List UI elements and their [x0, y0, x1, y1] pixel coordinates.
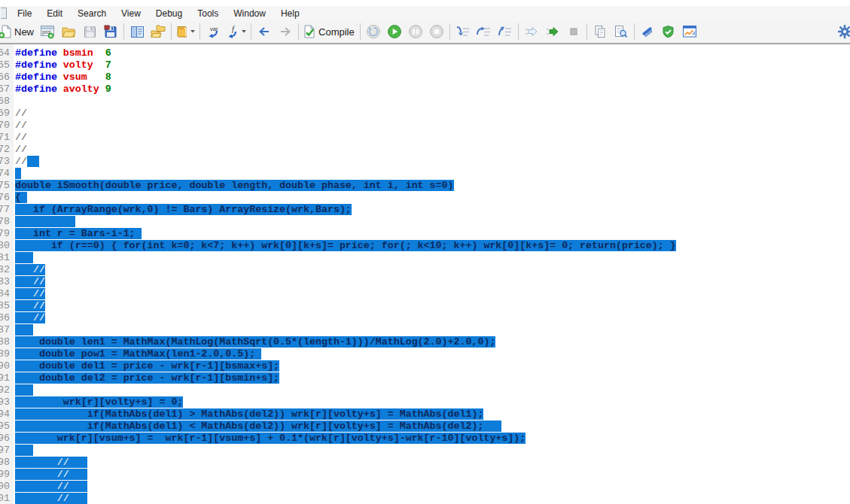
code-line[interactable]: 174: [0, 168, 850, 180]
code-text: //: [15, 288, 45, 300]
code-line[interactable]: 184 //: [0, 288, 850, 300]
code-line[interactable]: 185 //: [0, 300, 850, 312]
code-line[interactable]: 180 if (r==0) { for(int k=0; k<7; k++) w…: [0, 240, 850, 252]
code-line[interactable]: 175double iSmooth(double price, double l…: [0, 180, 850, 192]
copy-button[interactable]: [590, 23, 611, 41]
new-project-button[interactable]: proj: [37, 23, 58, 41]
new-file-button[interactable]: New: [0, 23, 37, 41]
navigate-forward-button[interactable]: [275, 23, 296, 41]
line-number: 164: [0, 47, 15, 59]
code-line[interactable]: 165#define volty 7: [0, 59, 850, 71]
code-line[interactable]: 168: [0, 96, 850, 108]
run-to-cursor-button[interactable]: [521, 23, 542, 41]
code-line[interactable]: 191 double del2 = price - wrk[r-1][bsmin…: [0, 372, 850, 384]
save-button[interactable]: [79, 23, 100, 41]
profiler-stop-button[interactable]: [563, 23, 584, 41]
code-line[interactable]: 176{: [0, 192, 850, 204]
code-line[interactable]: 166#define vsum 8: [0, 71, 850, 83]
menu-window[interactable]: Window: [226, 8, 273, 20]
continue-icon: [545, 25, 560, 38]
menu-file[interactable]: File: [10, 8, 39, 20]
step-out-button[interactable]: [495, 23, 516, 41]
line-number: 187: [0, 324, 15, 336]
pause-debug-button[interactable]: [405, 23, 426, 41]
line-number: 197: [0, 445, 15, 457]
code-line[interactable]: 201 //: [0, 493, 850, 504]
code-line[interactable]: 199 //: [0, 469, 850, 481]
navigate-back-button[interactable]: [254, 23, 275, 41]
code-line[interactable]: 178: [0, 216, 850, 228]
line-number: 182: [0, 264, 15, 276]
menu-debug[interactable]: Debug: [148, 8, 190, 20]
code-text: //: [15, 156, 39, 168]
reference-book-button[interactable]: [174, 23, 197, 41]
menu-help[interactable]: Help: [273, 8, 307, 20]
stop-debug-button[interactable]: [426, 23, 447, 41]
line-number: 191: [0, 372, 15, 384]
charts-button[interactable]: [679, 23, 700, 41]
menu-view[interactable]: View: [114, 8, 148, 20]
settings-gear-icon: [836, 23, 850, 40]
code-line[interactable]: 198 //: [0, 457, 850, 469]
code-line[interactable]: 167#define avolty 9: [0, 83, 850, 96]
step-over-button[interactable]: [474, 23, 495, 41]
code-text: double del2 = price - wrk[r-1][bsmin+s];: [15, 372, 279, 384]
code-line[interactable]: 183 //: [0, 276, 850, 288]
code-text: //: [15, 469, 87, 481]
code-line[interactable]: 170//: [0, 120, 850, 132]
navigator-toggle-button[interactable]: [148, 23, 169, 41]
code-line[interactable]: 193 wrk[r][volty+s] = 0;: [0, 396, 850, 408]
code-line[interactable]: 188 double len1 = MathMax(MathLog(MathSq…: [0, 336, 850, 348]
toolbar-separator: [200, 23, 200, 40]
new-project-icon: proj: [40, 25, 55, 39]
insert-function-button[interactable]: f: [224, 23, 248, 41]
code-text: //: [15, 120, 27, 132]
code-line[interactable]: 200 //: [0, 481, 850, 493]
stop-debug-icon: [429, 24, 444, 39]
code-text: //: [15, 312, 45, 324]
menu-search[interactable]: Search: [70, 8, 114, 20]
code-line[interactable]: 194 if(MathAbs(del1) > MathAbs(del2)) wr…: [0, 408, 850, 421]
settings-button[interactable]: [834, 23, 850, 41]
code-line[interactable]: 172//: [0, 144, 850, 156]
code-text: double del1 = price - wrk[r-1][bsmax+s];: [15, 360, 279, 372]
code-line[interactable]: 195 if(MathAbs(del1) < MathAbs(del2)) wr…: [0, 421, 850, 433]
code-editor[interactable]: 164#define bsmin 6165#define volty 7166#…: [0, 44, 850, 504]
print-preview-button[interactable]: [611, 23, 632, 41]
start-debug-button[interactable]: [384, 23, 405, 41]
styler-button[interactable]: [637, 23, 658, 41]
line-number: 192: [0, 384, 15, 396]
code-line[interactable]: 179 int r = Bars-i-1;: [0, 228, 850, 240]
menu-tools[interactable]: Tools: [190, 8, 226, 20]
code-line[interactable]: 164#define bsmin 6: [0, 47, 850, 59]
code-line[interactable]: 173//: [0, 156, 850, 168]
save-all-button[interactable]: [100, 23, 121, 41]
code-text: //: [15, 144, 27, 156]
code-line[interactable]: 186 //: [0, 312, 850, 324]
compile-button[interactable]: Compile: [301, 23, 358, 41]
code-line[interactable]: 177 if (ArrayRange(wrk,0) != Bars) Array…: [0, 204, 850, 216]
code-text: #define bsmin 6: [15, 47, 111, 59]
code-line[interactable]: 196 wrk[r][vsum+s] = wrk[r-1][vsum+s] + …: [0, 433, 850, 445]
step-into-button[interactable]: [452, 23, 474, 41]
restart-debug-button[interactable]: [363, 23, 384, 41]
open-file-button[interactable]: [58, 23, 79, 41]
restart-debug-icon: [366, 24, 381, 39]
code-line[interactable]: 197: [0, 445, 850, 457]
menu-edit[interactable]: Edit: [39, 8, 70, 20]
line-number: 172: [0, 144, 15, 156]
storage-button[interactable]: [658, 23, 679, 41]
code-line[interactable]: 190 double del1 = price - wrk[r-1][bsmax…: [0, 360, 850, 372]
code-line[interactable]: 181: [0, 252, 850, 264]
charts-icon: [682, 25, 697, 38]
continue-button[interactable]: [542, 23, 563, 41]
code-line[interactable]: 169//: [0, 108, 850, 120]
code-line[interactable]: 187: [0, 324, 850, 336]
code-line[interactable]: 182 //: [0, 264, 850, 276]
code-line[interactable]: 189 double pow1 = MathMax(len1-2.0,0.5);: [0, 348, 850, 360]
layout-toggle-button[interactable]: [126, 23, 148, 41]
open-folder-icon: [62, 26, 76, 38]
code-line[interactable]: 171//: [0, 132, 850, 144]
code-line[interactable]: 192: [0, 384, 850, 396]
watch-var-button[interactable]: var: [203, 23, 224, 41]
